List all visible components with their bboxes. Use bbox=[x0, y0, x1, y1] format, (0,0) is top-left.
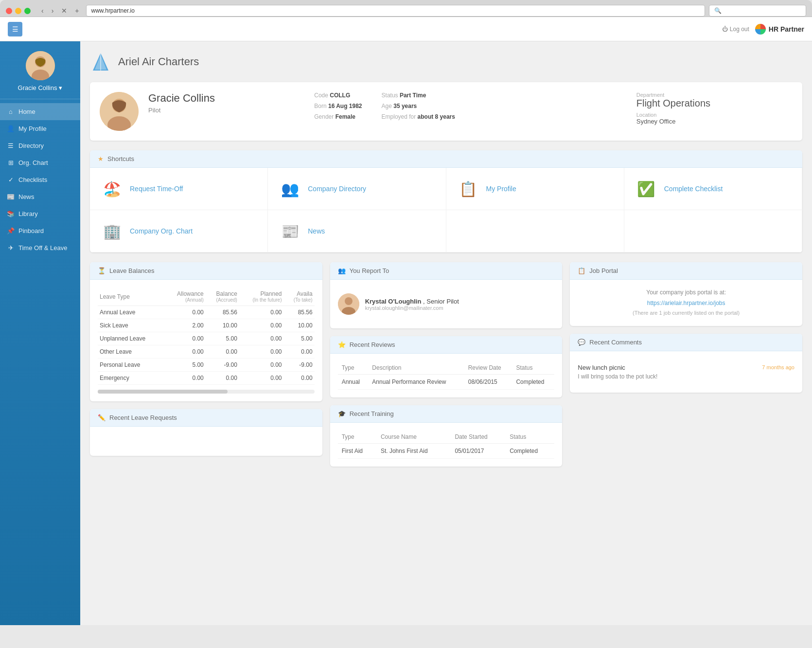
sidebar-item-directory[interactable]: ☰ Directory bbox=[0, 137, 80, 154]
comment-title: New lunch picnic bbox=[578, 364, 625, 371]
reload-button[interactable]: ✕ bbox=[58, 6, 70, 16]
report-to-email: krystal.oloughlin@mailinater.com bbox=[365, 305, 459, 311]
sidebar-item-label: Directory bbox=[18, 142, 44, 149]
col-available: Availa (To take) bbox=[283, 288, 314, 306]
directory-shortcut-icon: 👥 bbox=[278, 177, 302, 201]
leave-balances-card: ⏳ Leave Balances Leave Type bbox=[90, 262, 322, 401]
leave-type: Annual Leave bbox=[98, 306, 164, 319]
shortcut-label: Company Org. Chart bbox=[130, 227, 193, 235]
shortcuts-header: ★ Shortcuts bbox=[90, 150, 802, 168]
traffic-lights bbox=[6, 8, 31, 14]
leave-balances-header: ⏳ Leave Balances bbox=[90, 262, 322, 280]
col-description: Description bbox=[368, 361, 464, 375]
sidebar-item-org-chart[interactable]: ⊞ Org. Chart bbox=[0, 154, 80, 171]
leave-table-scroll[interactable]: Leave Type Allowance (Annual) Balance bbox=[98, 288, 315, 385]
table-row: First Aid St. Johns First Aid 05/01/2017… bbox=[338, 444, 555, 459]
employee-age-row: Age 35 years bbox=[382, 103, 455, 109]
address-bar[interactable]: www.hrpartner.io bbox=[86, 5, 705, 17]
shortcut-company-org-chart[interactable]: 🏢 Company Org. Chart bbox=[90, 210, 268, 252]
star-icon: ★ bbox=[98, 155, 104, 162]
new-tab-button[interactable]: + bbox=[72, 6, 82, 16]
scrollbar[interactable] bbox=[98, 390, 315, 394]
recent-reviews-title: Recent Reviews bbox=[350, 341, 395, 348]
leave-balance: 0.00 bbox=[206, 345, 239, 359]
job-portal-title: Job Portal bbox=[589, 267, 618, 274]
home-icon: ⌂ bbox=[7, 108, 15, 115]
forward-button[interactable]: › bbox=[49, 6, 57, 16]
job-portal-card: 📋 Job Portal Your company jobs portal is… bbox=[570, 262, 802, 326]
shortcuts-title: Shortcuts bbox=[107, 155, 134, 162]
employee-info: Gracie Collins Pilot bbox=[148, 92, 304, 114]
reviews-icon: ⭐ bbox=[338, 341, 346, 348]
news-shortcut-icon: 📰 bbox=[278, 219, 302, 243]
report-to-info: Krystal O'Loughlin , Senior Pilot krysta… bbox=[365, 298, 459, 311]
col-date-started: Date Started bbox=[451, 431, 506, 444]
leave-type: Other Leave bbox=[98, 345, 164, 359]
dept-name: Flight Operations bbox=[636, 98, 793, 109]
leave-allowance: 0.00 bbox=[164, 372, 205, 385]
back-button[interactable]: ‹ bbox=[38, 6, 47, 16]
sidebar-item-library[interactable]: 📚 Library bbox=[0, 205, 80, 222]
you-report-to-card: 👥 You Report To bbox=[330, 262, 563, 328]
recent-leave-card: ✏️ Recent Leave Requests bbox=[90, 409, 322, 456]
sidebar-item-home[interactable]: ⌂ Home bbox=[0, 103, 80, 120]
employee-details: Code COLLG Born 16 Aug 1982 Gender Femal… bbox=[314, 92, 627, 120]
review-status: Completed bbox=[512, 375, 554, 390]
maximize-button[interactable] bbox=[24, 8, 31, 14]
leave-available: 0.00 bbox=[283, 372, 314, 385]
org-chart-icon: ⊞ bbox=[7, 159, 15, 166]
location-name: Sydney Office bbox=[636, 118, 793, 125]
shortcut-request-timeoff[interactable]: 🏖️ Request Time-Off bbox=[90, 168, 268, 210]
col-leave-type: Leave Type bbox=[98, 288, 164, 306]
sidebar-username: Gracie Collins ▾ bbox=[5, 84, 75, 91]
leave-planned: 0.00 bbox=[239, 359, 284, 372]
close-button[interactable] bbox=[6, 8, 12, 14]
training-date: 05/01/2017 bbox=[451, 444, 506, 459]
shortcut-my-profile[interactable]: 📋 My Profile bbox=[446, 168, 624, 210]
job-portal-link[interactable]: https://arielair.hrpartner.io/jobs bbox=[647, 300, 725, 306]
shortcut-complete-checklist[interactable]: ✅ Complete Checklist bbox=[624, 168, 802, 210]
time-off-icon: ✈ bbox=[7, 244, 15, 252]
recent-training-title: Recent Training bbox=[350, 410, 394, 417]
sidebar-item-my-profile[interactable]: 👤 My Profile bbox=[0, 120, 80, 137]
shortcut-company-directory[interactable]: 👥 Company Directory bbox=[268, 168, 446, 210]
employee-card: Gracie Collins Pilot Code COLLG Born 16 … bbox=[90, 82, 802, 141]
leave-balance: 0.00 bbox=[206, 372, 239, 385]
minimize-button[interactable] bbox=[15, 8, 21, 14]
you-report-to-body: Krystal O'Loughlin , Senior Pilot krysta… bbox=[330, 280, 563, 328]
leave-type: Emergency bbox=[98, 372, 164, 385]
employee-detail-group-2: Status Part Time Age 35 years Employed f… bbox=[382, 92, 455, 120]
shortcut-label: Complete Checklist bbox=[664, 185, 723, 193]
recent-reviews-body: Type Description Review Date Status Annu… bbox=[330, 354, 563, 397]
job-portal-header: 📋 Job Portal bbox=[570, 262, 802, 280]
hamburger-button[interactable]: ☰ bbox=[8, 22, 22, 36]
sidebar-item-checklists[interactable]: ✓ Checklists bbox=[0, 171, 80, 188]
reviews-table: Type Description Review Date Status Annu… bbox=[338, 361, 555, 390]
recent-leave-header: ✏️ Recent Leave Requests bbox=[90, 409, 322, 427]
org-chart-shortcut-icon: 🏢 bbox=[100, 219, 124, 243]
review-description: Annual Performance Review bbox=[368, 375, 464, 390]
recent-comments-card: 💬 Recent Comments New lunch picnic 7 mon… bbox=[570, 334, 802, 393]
sidebar-item-pinboard[interactable]: 📌 Pinboard bbox=[0, 222, 80, 239]
recent-leave-body bbox=[90, 427, 322, 456]
sidebar-item-time-off[interactable]: ✈ Time Off & Leave bbox=[0, 239, 80, 256]
sidebar-item-news[interactable]: 📰 News bbox=[0, 188, 80, 205]
search-bar[interactable]: 🔍 bbox=[709, 5, 806, 17]
hr-partner-logo: HR Partner bbox=[755, 24, 804, 35]
comments-icon: 💬 bbox=[578, 339, 585, 346]
recent-comments-title: Recent Comments bbox=[589, 339, 642, 346]
scrollbar-thumb bbox=[98, 390, 228, 394]
leave-allowance: 0.00 bbox=[164, 332, 205, 345]
sidebar-item-label: My Profile bbox=[18, 125, 47, 132]
logout-link[interactable]: ⏻ Log out bbox=[722, 26, 749, 33]
company-header: Ariel Air Charters bbox=[90, 51, 802, 72]
leave-available: 10.00 bbox=[283, 319, 314, 332]
leave-balance: -9.00 bbox=[206, 359, 239, 372]
shortcut-news[interactable]: 📰 News bbox=[268, 210, 446, 252]
col-type: Type bbox=[338, 431, 377, 444]
col-type: Type bbox=[338, 361, 369, 375]
nav-buttons: ‹ › ✕ + bbox=[38, 6, 82, 16]
leave-allowance: 0.00 bbox=[164, 345, 205, 359]
dropdown-icon: ▾ bbox=[59, 84, 62, 91]
dept-label: Department bbox=[636, 92, 793, 98]
